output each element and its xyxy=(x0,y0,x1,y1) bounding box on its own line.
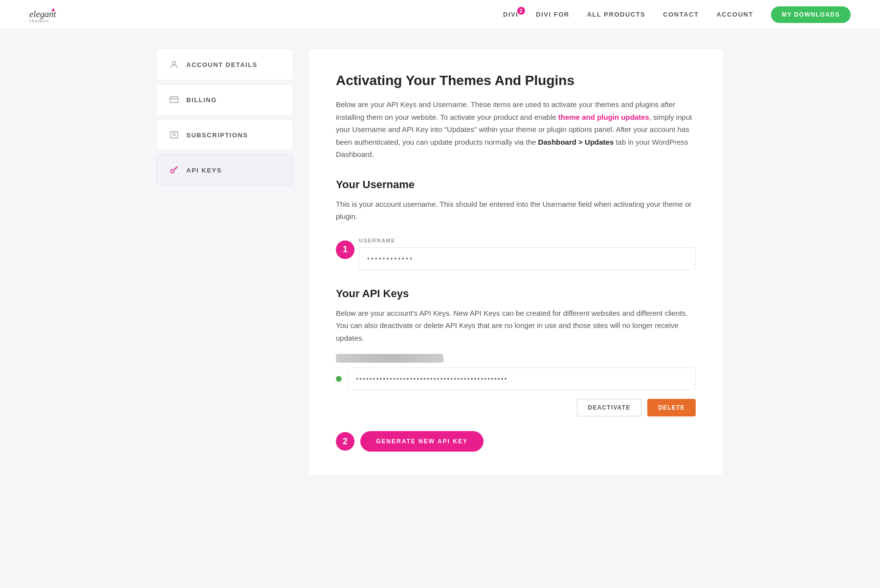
content-area: Activating Your Themes And Plugins Below… xyxy=(308,49,724,476)
divi-badge: 2 xyxy=(517,7,525,15)
page-title: Activating Your Themes And Plugins xyxy=(336,73,696,88)
api-keys-icon xyxy=(169,165,179,175)
api-key-row xyxy=(336,368,696,390)
sidebar-label-account-details: ACCOUNT DETAILS xyxy=(186,61,258,68)
svg-point-3 xyxy=(173,61,176,65)
sidebar-label-api-keys: API KEYS xyxy=(186,167,222,174)
my-downloads-button[interactable]: MY DOWNLOADS xyxy=(771,6,851,23)
nav-divi-for[interactable]: DIVI FOR xyxy=(536,11,569,18)
api-keys-section-title: Your API Keys xyxy=(336,287,696,300)
svg-text:themes: themes xyxy=(29,18,49,23)
active-status-dot xyxy=(336,376,342,382)
sidebar-item-billing[interactable]: BILLING xyxy=(156,84,293,115)
sidebar-label-subscriptions: SUBSCRIPTIONS xyxy=(186,131,248,139)
username-field-label: USERNAME xyxy=(359,238,696,243)
sidebar-item-account-details[interactable]: ACCOUNT DETAILS xyxy=(156,49,293,80)
svg-point-9 xyxy=(171,170,174,173)
theme-plugin-link[interactable]: theme and plugin updates xyxy=(558,113,649,121)
deactivate-button[interactable]: DEACTIVATE xyxy=(577,399,642,416)
sidebar-item-api-keys[interactable]: API KEYS xyxy=(156,154,293,186)
generate-section: 2 GENERATE NEW API KEY xyxy=(336,431,696,452)
sidebar-label-billing: BILLING xyxy=(186,96,217,104)
username-fields: USERNAME xyxy=(345,228,696,270)
nav-all-products[interactable]: ALL PRODUCTS xyxy=(587,11,646,18)
username-input[interactable] xyxy=(359,247,696,270)
step-2-badge: 2 xyxy=(336,432,354,451)
svg-text:✦: ✦ xyxy=(50,7,56,14)
sidebar: ACCOUNT DETAILS BILLING SUBSCRIPTIONS xyxy=(156,49,293,476)
step-1-badge: 1 xyxy=(336,240,354,259)
generate-api-key-button[interactable]: GENERATE NEW API KEY xyxy=(360,431,484,452)
person-icon xyxy=(169,59,179,70)
api-key-actions: DEACTIVATE DELETE xyxy=(336,399,696,416)
nav-contact[interactable]: CONTACT xyxy=(663,11,699,18)
main-container: ACCOUNT DETAILS BILLING SUBSCRIPTIONS xyxy=(147,49,733,476)
nav-account[interactable]: ACCOUNT xyxy=(716,11,753,18)
intro-paragraph: Below are your API Keys and Username. Th… xyxy=(336,98,696,161)
username-section-wrap: 1 USERNAME xyxy=(336,228,696,270)
api-key-header xyxy=(336,354,696,363)
main-nav: DIVI 2 DIVI FOR ALL PRODUCTS CONTACT ACC… xyxy=(503,6,851,23)
username-section-title: Your Username xyxy=(336,178,696,191)
api-key-blurred-label xyxy=(336,354,443,363)
username-desc: This is your account username. This shou… xyxy=(336,198,696,223)
billing-icon xyxy=(169,94,179,105)
svg-rect-4 xyxy=(170,97,178,103)
logo: elegant themes ✦ xyxy=(29,5,83,24)
sidebar-item-subscriptions[interactable]: SUBSCRIPTIONS xyxy=(156,119,293,151)
subscriptions-icon xyxy=(169,130,179,140)
api-key-input[interactable] xyxy=(348,368,696,390)
nav-divi[interactable]: DIVI 2 xyxy=(503,11,518,18)
api-keys-desc: Below are your account's API Keys. New A… xyxy=(336,307,696,345)
delete-button[interactable]: DELETE xyxy=(647,399,696,416)
header: elegant themes ✦ DIVI 2 DIVI FOR ALL PRO… xyxy=(0,0,880,29)
